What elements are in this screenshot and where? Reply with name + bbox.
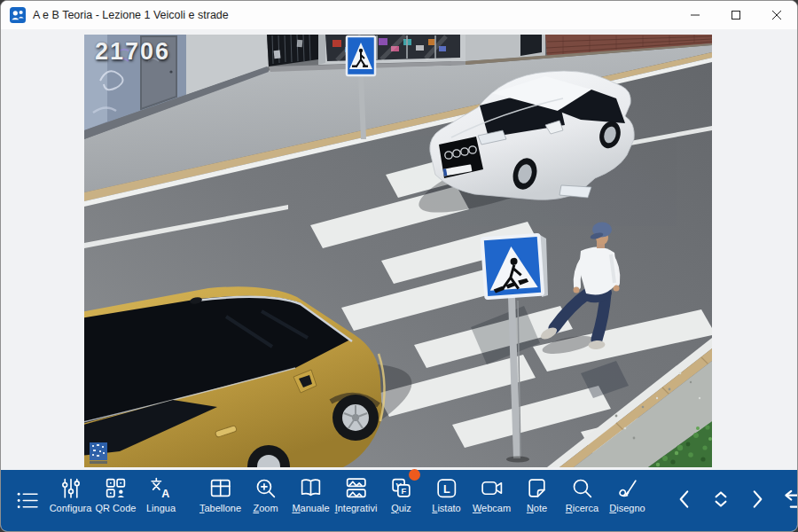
toolbar-item-label: Tabellone: [200, 503, 241, 513]
return-arrow-icon: [781, 487, 798, 515]
pen-icon: [615, 476, 639, 500]
toolbar-item-label: Webcam: [473, 503, 511, 513]
chevrons-up-down-icon: [708, 487, 733, 515]
toolbar-item-label: Disegno: [609, 503, 645, 513]
maximize-button[interactable]: [716, 1, 756, 29]
nav-return-button[interactable]: [775, 481, 798, 520]
app-icon: [10, 7, 26, 23]
nav-next-button[interactable]: [739, 481, 775, 520]
figure-number: 21706: [95, 38, 170, 66]
toolbar-nav-group: [666, 481, 798, 520]
toolbar-item-label: Lingua: [146, 503, 176, 513]
toolbar-item-quiz[interactable]: VFQuiz: [379, 473, 424, 528]
toolbar-item-label: Quiz: [391, 503, 411, 513]
chevron-right-icon: [745, 487, 770, 515]
images-icon: [344, 476, 368, 500]
search-icon: [570, 476, 594, 500]
toolbar-item-integrativi[interactable]: Integrativi: [333, 473, 379, 528]
qr-code-icon: [104, 476, 128, 500]
toolbar-item-note[interactable]: Note: [514, 473, 559, 528]
toolbar-item-tabellone[interactable]: Tabellone: [198, 473, 243, 528]
toolbar-item-label: QR Code: [96, 503, 137, 513]
toolbar-item-label: Configura: [50, 503, 92, 513]
toolbar-item-qr-code[interactable]: QR Code: [93, 473, 138, 528]
toolbar-item-configura[interactable]: Configura: [48, 473, 93, 528]
toolbar-item-label: Ricerca: [566, 503, 598, 513]
content-area: 21706: [1, 29, 797, 470]
app-window: A e B Teoria - Lezione 1 Veicoli e strad…: [0, 0, 798, 532]
toolbar-item-webcam[interactable]: Webcam: [469, 473, 514, 528]
toolbar: ConfiguraQR CodeALinguaTabelloneZoomManu…: [1, 470, 797, 531]
svg-text:F: F: [401, 487, 406, 496]
book-icon: [299, 476, 323, 500]
notification-badge: [409, 469, 420, 481]
board-grid-icon: [208, 476, 232, 500]
window-controls: [675, 1, 797, 29]
toolbar-item-ricerca[interactable]: Ricerca: [559, 473, 605, 528]
scene-image: 21706: [84, 35, 712, 467]
nav-prev-button[interactable]: [666, 481, 702, 520]
list-menu-icon: [15, 489, 39, 512]
toolbar-item-disegno[interactable]: Disegno: [605, 473, 650, 528]
toolbar-item-label: Manuale: [292, 503, 329, 513]
window-title: A e B Teoria - Lezione 1 Veicoli e strad…: [33, 9, 229, 21]
toolbar-item-label: Zoom: [253, 503, 278, 513]
toolbar-item-listato[interactable]: LListato: [424, 473, 469, 528]
toolbar-item-lingua[interactable]: ALingua: [138, 473, 184, 528]
minimize-button[interactable]: [675, 1, 716, 29]
titlebar: A e B Teoria - Lezione 1 Veicoli e strad…: [1, 1, 797, 30]
toolbar-item-label: Note: [527, 503, 547, 513]
toolbar-item-zoom[interactable]: Zoom: [243, 473, 288, 528]
svg-text:A: A: [161, 488, 169, 500]
note-icon: [525, 476, 549, 500]
toolbar-item-label: Integrativi: [335, 503, 378, 513]
close-button[interactable]: [756, 1, 797, 29]
svg-text:L: L: [443, 483, 450, 496]
zoom-in-icon: [254, 476, 278, 500]
letter-l-icon: L: [434, 476, 458, 500]
nav-jump-button[interactable]: [702, 481, 739, 520]
quiz-vf-icon: VF: [389, 476, 413, 500]
toolbar-menu-button[interactable]: [15, 483, 39, 519]
sliders-icon: [59, 476, 82, 500]
webcam-icon: [480, 476, 504, 500]
toolbar-item-label: Listato: [432, 503, 460, 513]
toolbar-item-manuale[interactable]: Manuale: [288, 473, 333, 528]
translate-icon: A: [149, 476, 173, 500]
chevron-left-icon: [672, 487, 697, 515]
